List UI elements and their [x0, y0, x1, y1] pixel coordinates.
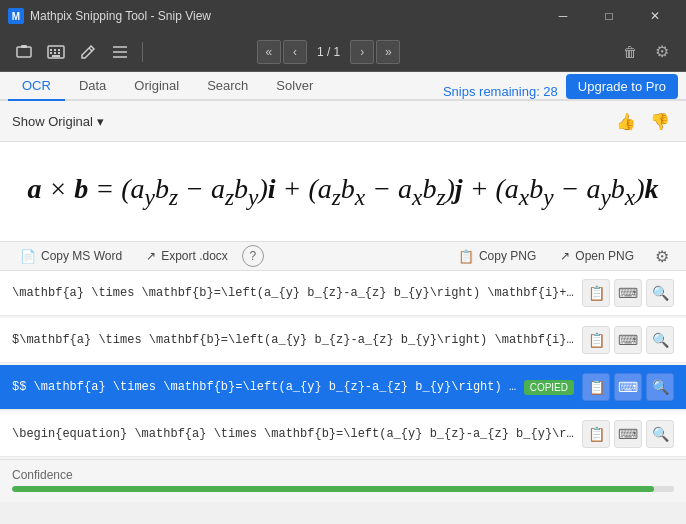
upgrade-button[interactable]: Upgrade to Pro: [566, 74, 678, 99]
latex-row[interactable]: \begin{equation} \mathbf{a} \times \math…: [0, 412, 686, 457]
menu-icon-button[interactable]: [106, 38, 134, 66]
copy-msword-button[interactable]: 📄 Copy MS Word: [10, 245, 132, 268]
action-settings-button[interactable]: ⚙: [648, 242, 676, 270]
search-row-button[interactable]: 🔍: [646, 326, 674, 354]
svg-rect-7: [54, 52, 56, 54]
nav-next-button[interactable]: ›: [350, 40, 374, 64]
toolbar-right-actions: 🗑 ⚙: [616, 38, 676, 66]
nav-first-button[interactable]: «: [257, 40, 281, 64]
svg-rect-6: [50, 52, 52, 54]
thumbdown-button[interactable]: 👎: [646, 107, 674, 135]
search-row-button[interactable]: 🔍: [646, 373, 674, 401]
trash-icon-button[interactable]: 🗑: [616, 38, 644, 66]
tab-original[interactable]: Original: [120, 72, 193, 101]
export-docx-icon: ↗: [146, 249, 156, 263]
open-png-button[interactable]: ↗ Open PNG: [550, 245, 644, 267]
export-docx-button[interactable]: ↗ Export .docx: [136, 245, 238, 267]
copy-row-button[interactable]: 📋: [582, 420, 610, 448]
svg-rect-0: [17, 47, 31, 57]
toolbar-separator: [142, 42, 143, 62]
copied-badge: COPIED: [524, 380, 574, 395]
show-original-toggle[interactable]: Show Original ▾: [12, 114, 104, 129]
latex-text: $\mathbf{a} \times \mathbf{b}=\left(a_{y…: [12, 333, 574, 347]
dropdown-icon: ▾: [97, 114, 104, 129]
tab-search[interactable]: Search: [193, 72, 262, 101]
thumbup-button[interactable]: 👍: [612, 107, 640, 135]
help-button[interactable]: ?: [242, 245, 264, 267]
keyboard-icon-button[interactable]: [42, 38, 70, 66]
latex-row[interactable]: $$ \mathbf{a} \times \mathbf{b}=\left(a_…: [0, 365, 686, 410]
show-original-bar: Show Original ▾ 👍 👎: [0, 101, 686, 142]
action-bar: 📄 Copy MS Word ↗ Export .docx ? 📋 Copy P…: [0, 242, 686, 271]
open-png-icon: ↗: [560, 249, 570, 263]
copy-msword-icon: 📄: [20, 249, 36, 264]
titlebar: M Mathpix Snipping Tool - Snip View ─ □ …: [0, 0, 686, 32]
row-actions: 📋⌨🔍: [582, 326, 674, 354]
row-actions: 📋⌨🔍: [582, 420, 674, 448]
confidence-label: Confidence: [12, 468, 674, 482]
nav-last-button[interactable]: »: [376, 40, 400, 64]
copy-row-button[interactable]: 📋: [582, 326, 610, 354]
copy-png-button[interactable]: 📋 Copy PNG: [448, 245, 546, 268]
nav-page-indicator: 1 / 1: [309, 45, 348, 59]
latex-text: $$ \mathbf{a} \times \mathbf{b}=\left(a_…: [12, 380, 518, 394]
copy-row-button[interactable]: 📋: [582, 373, 610, 401]
screenshot-icon-button[interactable]: [10, 38, 38, 66]
tab-solver[interactable]: Solver: [262, 72, 327, 101]
show-original-label-text: Show Original: [12, 114, 93, 129]
close-button[interactable]: ✕: [632, 0, 678, 32]
app-icon: M: [8, 8, 24, 24]
search-row-button[interactable]: 🔍: [646, 279, 674, 307]
copy-png-label: Copy PNG: [479, 249, 536, 263]
svg-rect-5: [58, 49, 60, 51]
open-png-label: Open PNG: [575, 249, 634, 263]
copy-msword-label: Copy MS Word: [41, 249, 122, 263]
confidence-track: [12, 486, 674, 492]
main-content: OCR Data Original Search Solver Snips re…: [0, 72, 686, 488]
export-docx-label: Export .docx: [161, 249, 228, 263]
maximize-button[interactable]: □: [586, 0, 632, 32]
minimize-button[interactable]: ─: [540, 0, 586, 32]
latex-row[interactable]: \mathbf{a} \times \mathbf{b}=\left(a_{y}…: [0, 271, 686, 316]
window-title: Mathpix Snipping Tool - Snip View: [30, 9, 540, 23]
row-actions: 📋⌨🔍: [582, 373, 674, 401]
search-row-button[interactable]: 🔍: [646, 420, 674, 448]
svg-rect-3: [50, 49, 52, 51]
svg-rect-1: [21, 45, 27, 48]
window-controls: ─ □ ✕: [540, 0, 678, 32]
row-actions: 📋⌨🔍: [582, 279, 674, 307]
keyboard-row-button[interactable]: ⌨: [614, 326, 642, 354]
nav-prev-button[interactable]: ‹: [283, 40, 307, 64]
snips-remaining-label: Snips remaining: 28: [443, 84, 558, 99]
math-display-area: a × b = (aybz − azby)i + (azbx − axbz)j …: [0, 142, 686, 242]
tab-ocr[interactable]: OCR: [8, 72, 65, 101]
svg-rect-9: [52, 55, 60, 57]
navigation-controls: « ‹ 1 / 1 › »: [257, 40, 400, 64]
toolbar: « ‹ 1 / 1 › » 🗑 ⚙: [0, 32, 686, 72]
tab-bar: OCR Data Original Search Solver Snips re…: [0, 72, 686, 101]
latex-text: \begin{equation} \mathbf{a} \times \math…: [12, 427, 574, 441]
pen-icon-button[interactable]: [74, 38, 102, 66]
latex-text: \mathbf{a} \times \mathbf{b}=\left(a_{y}…: [12, 286, 574, 300]
latex-row[interactable]: $\mathbf{a} \times \mathbf{b}=\left(a_{y…: [0, 318, 686, 363]
svg-rect-4: [54, 49, 56, 51]
confidence-fill: [12, 486, 654, 492]
copy-png-icon: 📋: [458, 249, 474, 264]
svg-rect-8: [58, 52, 60, 54]
keyboard-row-button[interactable]: ⌨: [614, 279, 642, 307]
keyboard-row-button[interactable]: ⌨: [614, 420, 642, 448]
latex-list: \mathbf{a} \times \mathbf{b}=\left(a_{y}…: [0, 271, 686, 459]
copy-row-button[interactable]: 📋: [582, 279, 610, 307]
math-formula: a × b = (aybz − azby)i + (azbx − axbz)j …: [27, 173, 658, 211]
svg-line-10: [89, 48, 92, 51]
settings-icon-button[interactable]: ⚙: [648, 38, 676, 66]
keyboard-row-button[interactable]: ⌨: [614, 373, 642, 401]
feedback-buttons: 👍 👎: [612, 107, 674, 135]
tab-data[interactable]: Data: [65, 72, 120, 101]
confidence-section: Confidence: [0, 459, 686, 502]
